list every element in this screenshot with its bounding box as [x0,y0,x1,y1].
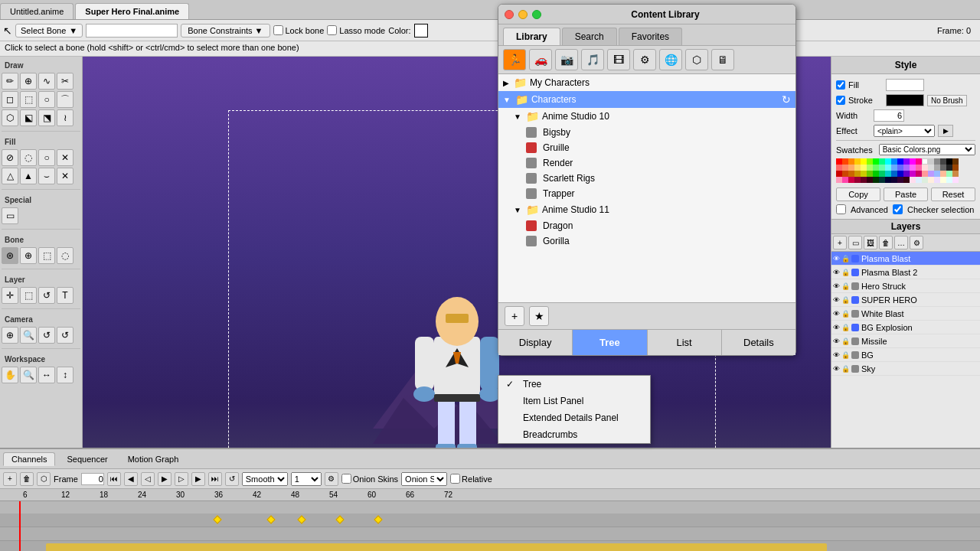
cl-icon-props[interactable]: 📷 [555,49,578,70]
color-cell[interactable] [836,177,842,183]
cl-add-button[interactable]: + [505,306,524,326]
keyframe-diamond[interactable] [213,515,221,523]
tab-channels[interactable]: Channels [3,452,55,466]
cl-tree-my-characters[interactable]: ▶ 📁 My Characters [498,74,795,91]
add-point-tool[interactable]: ✏ [2,73,18,90]
layer-item-missile[interactable]: 👁 🔒 Missile [831,334,980,348]
cl-favorites-button[interactable]: ★ [529,306,549,326]
layers-image-button[interactable]: 🖼 [864,236,877,249]
color-cell[interactable] [885,171,891,177]
color-cell[interactable] [916,171,922,177]
prev-frame-button[interactable]: ◀ [124,472,138,486]
paste-button[interactable]: Paste [884,187,928,201]
tab-motion-graph[interactable]: Motion Graph [119,452,188,466]
checker-selection-checkbox[interactable] [893,204,903,214]
cl-tree-bigsby[interactable]: Bigsby [498,125,795,140]
color-cell[interactable] [940,177,946,183]
color-cell[interactable] [922,158,928,165]
transform-point-tool[interactable]: ⊕ [20,73,37,90]
color-cell[interactable] [885,158,891,165]
color-cell[interactable] [854,165,861,171]
layer-item-plasma-blast[interactable]: 👁 🔒 Plasma Blast [831,252,980,266]
color-cell[interactable] [836,165,842,171]
paint-brush-tool[interactable]: ◌ [20,149,37,166]
color-cell[interactable] [854,171,861,177]
loop-button[interactable]: ↺ [225,472,239,486]
ctx-item-tree[interactable]: ✓ Tree [498,376,650,393]
color-cell[interactable] [946,177,952,183]
color-swatch[interactable] [414,24,428,37]
zoom-workspace-tool[interactable]: 🔍 [20,367,37,383]
bone-strength-tool[interactable]: ◌ [57,247,74,264]
color-cell[interactable] [873,171,879,177]
color-cell[interactable] [903,177,910,183]
go-start-button[interactable]: ⏮ [107,472,121,486]
color-cell[interactable] [836,171,842,177]
select-bone-button[interactable]: Select Bone ▼ [15,24,83,37]
color-cell[interactable] [891,171,897,177]
cl-tree-gruille[interactable]: Gruille [498,140,795,155]
color-cell[interactable] [861,158,867,165]
color-cell[interactable] [842,171,848,177]
select-bone-tool[interactable]: ⊛ [2,247,18,264]
color-cell[interactable] [842,165,848,171]
cl-icon-3d[interactable]: ⬡ [685,49,708,70]
effect-button[interactable]: ▶ [938,125,953,137]
cl-view-details[interactable]: Details [722,330,795,355]
color-cell[interactable] [879,171,885,177]
cl-view-display[interactable]: Display [498,330,573,355]
scale-layer-tool[interactable]: ⬚ [20,287,37,304]
hand-tool[interactable]: ✋ [2,367,18,383]
color-cell[interactable] [940,171,946,177]
curve-tool[interactable]: ∿ [38,73,55,90]
free-hand-tool[interactable]: ⌒ [57,91,74,108]
translate-layer-tool[interactable]: ✛ [2,287,18,304]
color-cell[interactable] [946,171,952,177]
keyframe-diamond[interactable] [335,515,344,523]
tab-sequencer[interactable]: Sequencer [58,452,116,466]
color-cell[interactable] [879,177,885,183]
prev-keyframe-button[interactable]: ◁ [141,472,155,486]
color-cell[interactable] [928,158,934,165]
color-cell[interactable] [952,165,959,171]
lock-bone-checkbox[interactable] [273,25,283,35]
playhead[interactable] [19,501,21,551]
color-cell[interactable] [922,171,928,177]
arc-tool[interactable]: ⌣ [38,168,55,184]
color-cell[interactable] [879,165,885,171]
layer-item-plasma-blast-2[interactable]: 👁 🔒 Plasma Blast 2 [831,266,980,279]
window-minimize-button[interactable] [518,10,528,19]
layers-settings-button[interactable]: ⚙ [910,236,923,249]
reparent-bone-tool[interactable]: ⬚ [38,247,55,264]
select-points-tool[interactable]: ⬚ [20,91,37,108]
color-cell[interactable] [867,158,873,165]
add-bone-tool[interactable]: ⊕ [20,247,37,264]
color-cell[interactable] [922,165,928,171]
layers-more-button[interactable]: … [894,236,908,249]
color-cell[interactable] [903,171,910,177]
keyframe-diamond[interactable] [266,515,275,523]
eyedropper-tool[interactable]: ○ [38,149,55,166]
color-cell[interactable] [885,165,891,171]
color-cell[interactable] [934,165,940,171]
layer-item-sky[interactable]: 👁 🔒 Sky [831,362,980,376]
layer-item-white-blast[interactable]: 👁 🔒 White Blast [831,307,980,321]
color-cell[interactable] [934,158,940,165]
toolbar-nav-icon[interactable]: ↖ [3,24,12,37]
layer-item-bg[interactable]: 👁 🔒 BG [831,348,980,362]
color-cell[interactable] [848,165,854,171]
layers-group-button[interactable]: ▭ [848,236,862,249]
cl-icon-monitor[interactable]: 🖥 [711,49,734,70]
no-brush-button[interactable]: No Brush [927,95,967,106]
add-keyframe-button[interactable]: + [3,472,17,486]
tab-untitled[interactable]: Untitled.anime [0,3,74,19]
color-cell[interactable] [916,177,922,183]
color-cell[interactable] [928,177,934,183]
shear-layer-tool[interactable]: T [57,287,74,304]
color-cell[interactable] [903,165,910,171]
color-cell[interactable] [842,158,848,165]
knife-tool[interactable]: ▲ [20,168,37,184]
keyframe-range[interactable] [46,543,827,551]
color-cell[interactable] [848,171,854,177]
relative-checkbox[interactable] [450,474,460,484]
